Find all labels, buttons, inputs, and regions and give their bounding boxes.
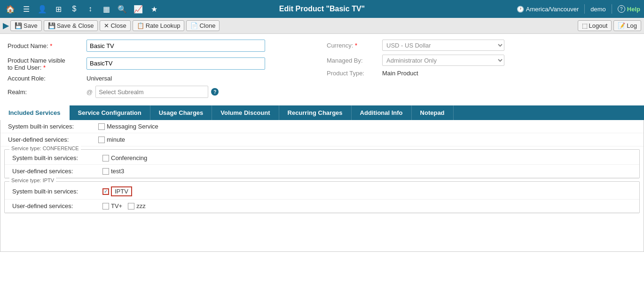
conferencing-checkbox[interactable] <box>102 155 109 161</box>
tab-service-configuration[interactable]: Service Configuration <box>70 105 150 120</box>
account-role-row: Account Role: Universal <box>8 75 317 82</box>
minute-label: minute <box>107 136 125 143</box>
iptv-builtin-row: System built-in services: IPTV <box>5 183 639 200</box>
iptv-builtin-label: System built-in services: <box>12 188 97 195</box>
tvplus-item: TV+ <box>102 202 122 209</box>
save-icon: 💾 <box>15 22 22 29</box>
content-area: System built-in services: Messaging Serv… <box>0 120 644 252</box>
toolbar-right: ⬚ Logout 📝 Log <box>578 20 641 31</box>
chart-icon[interactable]: 📈 <box>132 2 145 16</box>
save-close-icon: 💾 <box>48 22 55 29</box>
help-nav-item[interactable]: ? Help <box>618 5 640 13</box>
star-icon[interactable]: ★ <box>148 2 161 16</box>
product-type-label: Product Type: <box>327 70 378 77</box>
test3-label: test3 <box>111 168 124 175</box>
rate-lookup-button[interactable]: 📋 Rate Lookup <box>133 20 185 31</box>
user-icon[interactable]: 👤 <box>36 2 49 16</box>
conference-userdefined-items: test3 <box>102 168 124 175</box>
realm-label: Realm: <box>8 89 83 96</box>
currency-select[interactable]: USD - US Dollar <box>382 40 504 51</box>
messaging-userdefined-row: User-defined services: minute <box>0 133 644 146</box>
minute-service-item: minute <box>98 136 125 143</box>
top-nav-right: 🕐 America/Vancouver demo ? Help <box>517 4 640 14</box>
managed-by-label: Managed By: <box>327 57 378 64</box>
realm-row: Realm: @ ? <box>8 86 317 98</box>
save-close-button[interactable]: 💾 Save & Close <box>44 20 98 31</box>
clone-button[interactable]: 📄 Clone <box>186 20 220 31</box>
conference-userdefined-label: User-defined services: <box>12 168 97 175</box>
realm-help-icon[interactable]: ? <box>211 88 219 96</box>
nav-arrow-icon[interactable]: ▶ <box>3 21 8 30</box>
logout-button[interactable]: ⬚ Logout <box>578 20 612 31</box>
messaging-service-item: Messaging Service <box>98 123 158 130</box>
product-name-input[interactable] <box>86 40 265 52</box>
zzz-checkbox[interactable] <box>128 203 134 209</box>
managed-by-row: Managed By: Administrator Only <box>327 55 636 66</box>
realm-input[interactable] <box>95 86 208 98</box>
test3-item: test3 <box>102 168 124 175</box>
tab-volume-discount[interactable]: Volume Discount <box>212 105 279 120</box>
nav-divider-1 <box>584 4 585 14</box>
conference-builtin-label: System built-in services: <box>12 154 97 161</box>
zzz-label: zzz <box>136 202 146 209</box>
iptv-section: Service type: IPTV System built-in servi… <box>4 181 640 213</box>
product-visible-input[interactable] <box>86 57 265 70</box>
table-icon[interactable]: ▦ <box>100 2 113 16</box>
iptv-userdefined-items: TV+ zzz <box>102 202 146 209</box>
product-visible-label: Product Name visibleto End User: * <box>8 56 83 71</box>
arrow-icon[interactable]: ↕ <box>84 2 97 16</box>
log-icon: 📝 <box>618 22 625 29</box>
managed-by-select[interactable]: Administrator Only <box>382 55 504 66</box>
user-nav-item[interactable]: demo <box>590 6 606 13</box>
conferencing-label: Conferencing <box>111 154 147 161</box>
form-col-left: Product Name: * Product Name visibleto E… <box>8 40 317 102</box>
product-visible-name-row: Product Name visibleto End User: * <box>8 56 317 71</box>
log-button[interactable]: 📝 Log <box>613 20 641 31</box>
toolbar-left: ▶ 💾 Save 💾 Save & Close ✕ Close 📋 Rate L… <box>3 20 220 31</box>
form-area: Product Name: * Product Name visibleto E… <box>0 34 644 105</box>
tabs-bar: Included Services Service Configuration … <box>0 105 644 120</box>
save-button[interactable]: 💾 Save <box>10 20 42 31</box>
iptv-label: IPTV <box>111 186 132 196</box>
messaging-builtin-items: Messaging Service <box>98 123 158 130</box>
product-name-row: Product Name: * <box>8 40 317 52</box>
test3-checkbox[interactable] <box>102 168 109 175</box>
iptv-userdefined-label: User-defined services: <box>12 202 97 209</box>
managed-by-select-container: Administrator Only <box>382 55 504 66</box>
close-button[interactable]: ✕ Close <box>100 20 130 31</box>
conference-userdefined-row: User-defined services: test3 <box>5 165 639 178</box>
nav-divider-2 <box>612 4 612 14</box>
conferencing-item: Conferencing <box>102 154 147 161</box>
conference-builtin-items: Conferencing <box>102 154 147 161</box>
product-type-value: Main Product <box>382 70 418 77</box>
messaging-userdefined-items: minute <box>98 136 125 143</box>
list-icon[interactable]: ☰ <box>20 2 33 16</box>
dollar-icon[interactable]: $ <box>68 2 81 16</box>
grid-icon[interactable]: ⊞ <box>52 2 65 16</box>
timezone-item[interactable]: 🕐 America/Vancouver <box>517 6 579 13</box>
iptv-checkbox[interactable] <box>102 188 109 195</box>
tab-additional-info[interactable]: Additional Info <box>352 105 412 120</box>
form-col-right: Currency: * USD - US Dollar Managed By: … <box>317 40 636 102</box>
tab-usage-charges[interactable]: Usage Charges <box>150 105 212 120</box>
tvplus-checkbox[interactable] <box>102 203 109 209</box>
minute-checkbox[interactable] <box>98 137 105 143</box>
tab-included-services[interactable]: Included Services <box>0 105 70 120</box>
user-nav-label: demo <box>590 6 606 13</box>
realm-at-symbol: @ <box>86 89 93 96</box>
iptv-builtin-items: IPTV <box>102 186 132 196</box>
realm-input-group: @ ? <box>86 86 219 98</box>
currency-select-container: USD - US Dollar <box>382 40 504 51</box>
clone-icon: 📄 <box>190 22 198 29</box>
search-icon[interactable]: 🔍 <box>116 2 129 16</box>
tab-notepad[interactable]: Notepad <box>412 105 454 120</box>
messaging-service-checkbox[interactable] <box>98 123 105 130</box>
currency-label: Currency: * <box>327 42 378 49</box>
home-icon[interactable]: 🏠 <box>4 2 17 16</box>
toolbar: ▶ 💾 Save 💾 Save & Close ✕ Close 📋 Rate L… <box>0 18 644 34</box>
iptv-userdefined-row: User-defined services: TV+ zzz <box>5 200 639 213</box>
logout-icon: ⬚ <box>582 22 588 29</box>
tvplus-label: TV+ <box>111 202 122 209</box>
tab-recurring-charges[interactable]: Recurring Charges <box>279 105 352 120</box>
clock-icon: 🕐 <box>517 6 524 13</box>
